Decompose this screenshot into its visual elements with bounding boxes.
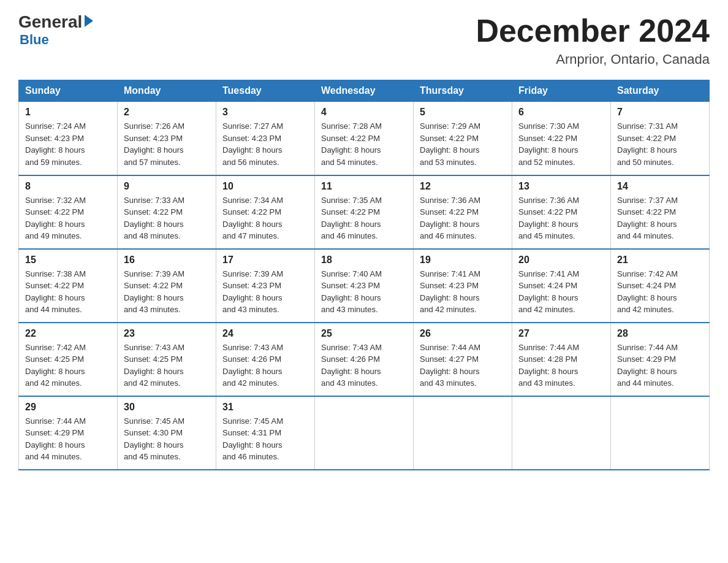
- day-cell: 8 Sunrise: 7:32 AMSunset: 4:22 PMDayligh…: [19, 175, 118, 249]
- day-info: Sunrise: 7:32 AMSunset: 4:22 PMDaylight:…: [25, 196, 86, 241]
- day-info: Sunrise: 7:31 AMSunset: 4:22 PMDaylight:…: [617, 121, 678, 167]
- day-number: 6: [518, 107, 604, 118]
- day-number: 17: [222, 255, 308, 266]
- day-info: Sunrise: 7:28 AMSunset: 4:22 PMDaylight:…: [321, 121, 382, 167]
- day-info: Sunrise: 7:44 AMSunset: 4:29 PMDaylight:…: [617, 343, 678, 388]
- day-info: Sunrise: 7:45 AMSunset: 4:30 PMDaylight:…: [124, 416, 184, 462]
- day-cell: 7 Sunrise: 7:31 AMSunset: 4:22 PMDayligh…: [611, 102, 710, 175]
- week-row-4: 22 Sunrise: 7:42 AMSunset: 4:25 PMDaylig…: [19, 323, 710, 396]
- day-cell: 29 Sunrise: 7:44 AMSunset: 4:29 PMDaylig…: [19, 396, 118, 470]
- day-number: 7: [617, 107, 703, 118]
- day-cell: 9 Sunrise: 7:33 AMSunset: 4:22 PMDayligh…: [118, 175, 216, 249]
- logo-arrow-icon: [85, 15, 93, 27]
- day-info: Sunrise: 7:34 AMSunset: 4:22 PMDaylight:…: [222, 196, 283, 241]
- day-cell: 26 Sunrise: 7:44 AMSunset: 4:27 PMDaylig…: [414, 323, 512, 396]
- day-info: Sunrise: 7:42 AMSunset: 4:24 PMDaylight:…: [617, 269, 678, 315]
- day-number: 15: [25, 255, 111, 266]
- day-info: Sunrise: 7:44 AMSunset: 4:27 PMDaylight:…: [420, 343, 480, 388]
- calendar-title: December 2024: [476, 12, 710, 49]
- day-info: Sunrise: 7:37 AMSunset: 4:22 PMDaylight:…: [617, 196, 678, 241]
- day-info: Sunrise: 7:44 AMSunset: 4:28 PMDaylight:…: [518, 343, 579, 388]
- day-info: Sunrise: 7:30 AMSunset: 4:22 PMDaylight:…: [518, 121, 579, 167]
- day-number: 10: [222, 181, 308, 192]
- day-cell: [611, 396, 710, 470]
- day-number: 24: [222, 328, 308, 339]
- day-cell: 6 Sunrise: 7:30 AMSunset: 4:22 PMDayligh…: [512, 102, 611, 175]
- day-number: 19: [420, 255, 506, 266]
- logo-blue: Blue: [20, 32, 49, 48]
- day-cell: 17 Sunrise: 7:39 AMSunset: 4:23 PMDaylig…: [216, 249, 315, 323]
- day-number: 1: [25, 107, 111, 118]
- day-cell: 27 Sunrise: 7:44 AMSunset: 4:28 PMDaylig…: [512, 323, 611, 396]
- week-row-2: 8 Sunrise: 7:32 AMSunset: 4:22 PMDayligh…: [19, 175, 710, 249]
- day-cell: 15 Sunrise: 7:38 AMSunset: 4:22 PMDaylig…: [19, 249, 118, 323]
- day-number: 21: [617, 255, 703, 266]
- day-number: 5: [420, 107, 506, 118]
- logo-general: General: [18, 12, 82, 32]
- day-info: Sunrise: 7:43 AMSunset: 4:25 PMDaylight:…: [124, 343, 184, 388]
- day-cell: 23 Sunrise: 7:43 AMSunset: 4:25 PMDaylig…: [118, 323, 216, 396]
- header-tuesday: Tuesday: [216, 80, 315, 102]
- day-info: Sunrise: 7:42 AMSunset: 4:25 PMDaylight:…: [25, 343, 86, 388]
- calendar-header-row: SundayMondayTuesdayWednesdayThursdayFrid…: [19, 80, 710, 102]
- day-info: Sunrise: 7:36 AMSunset: 4:22 PMDaylight:…: [518, 196, 579, 241]
- header-sunday: Sunday: [19, 80, 118, 102]
- day-cell: 21 Sunrise: 7:42 AMSunset: 4:24 PMDaylig…: [611, 249, 710, 323]
- day-number: 18: [321, 255, 407, 266]
- day-cell: 22 Sunrise: 7:42 AMSunset: 4:25 PMDaylig…: [19, 323, 118, 396]
- header-monday: Monday: [118, 80, 216, 102]
- day-cell: 30 Sunrise: 7:45 AMSunset: 4:30 PMDaylig…: [118, 396, 216, 470]
- day-number: 22: [25, 328, 111, 339]
- day-number: 14: [617, 181, 703, 192]
- day-info: Sunrise: 7:33 AMSunset: 4:22 PMDaylight:…: [124, 196, 184, 241]
- calendar-subtitle: Arnprior, Ontario, Canada: [476, 52, 710, 67]
- day-cell: 24 Sunrise: 7:43 AMSunset: 4:26 PMDaylig…: [216, 323, 315, 396]
- header-thursday: Thursday: [414, 80, 512, 102]
- day-cell: 11 Sunrise: 7:35 AMSunset: 4:22 PMDaylig…: [315, 175, 414, 249]
- day-number: 13: [518, 181, 604, 192]
- day-cell: 4 Sunrise: 7:28 AMSunset: 4:22 PMDayligh…: [315, 102, 414, 175]
- logo-text: General: [18, 12, 93, 32]
- day-info: Sunrise: 7:26 AMSunset: 4:23 PMDaylight:…: [124, 121, 184, 167]
- day-info: Sunrise: 7:43 AMSunset: 4:26 PMDaylight:…: [222, 343, 283, 388]
- week-row-3: 15 Sunrise: 7:38 AMSunset: 4:22 PMDaylig…: [19, 249, 710, 323]
- page-header: General Blue December 2024 Arnprior, Ont…: [18, 12, 710, 67]
- day-cell: 1 Sunrise: 7:24 AMSunset: 4:23 PMDayligh…: [19, 102, 118, 175]
- day-info: Sunrise: 7:29 AMSunset: 4:22 PMDaylight:…: [420, 121, 480, 167]
- day-number: 9: [124, 181, 210, 192]
- day-cell: 16 Sunrise: 7:39 AMSunset: 4:22 PMDaylig…: [118, 249, 216, 323]
- day-cell: 2 Sunrise: 7:26 AMSunset: 4:23 PMDayligh…: [118, 102, 216, 175]
- day-info: Sunrise: 7:41 AMSunset: 4:24 PMDaylight:…: [518, 269, 579, 315]
- day-number: 27: [518, 328, 604, 339]
- day-number: 26: [420, 328, 506, 339]
- day-cell: [414, 396, 512, 470]
- day-cell: 12 Sunrise: 7:36 AMSunset: 4:22 PMDaylig…: [414, 175, 512, 249]
- day-cell: 14 Sunrise: 7:37 AMSunset: 4:22 PMDaylig…: [611, 175, 710, 249]
- day-info: Sunrise: 7:44 AMSunset: 4:29 PMDaylight:…: [25, 416, 86, 462]
- day-cell: 19 Sunrise: 7:41 AMSunset: 4:23 PMDaylig…: [414, 249, 512, 323]
- day-cell: 5 Sunrise: 7:29 AMSunset: 4:22 PMDayligh…: [414, 102, 512, 175]
- logo: General Blue: [18, 12, 93, 48]
- day-number: 20: [518, 255, 604, 266]
- day-cell: [512, 396, 611, 470]
- day-info: Sunrise: 7:27 AMSunset: 4:23 PMDaylight:…: [222, 121, 283, 167]
- day-info: Sunrise: 7:39 AMSunset: 4:22 PMDaylight:…: [124, 269, 184, 315]
- day-cell: 3 Sunrise: 7:27 AMSunset: 4:23 PMDayligh…: [216, 102, 315, 175]
- day-number: 16: [124, 255, 210, 266]
- day-info: Sunrise: 7:41 AMSunset: 4:23 PMDaylight:…: [420, 269, 480, 315]
- day-number: 28: [617, 328, 703, 339]
- day-number: 31: [222, 402, 308, 413]
- day-number: 11: [321, 181, 407, 192]
- day-cell: 28 Sunrise: 7:44 AMSunset: 4:29 PMDaylig…: [611, 323, 710, 396]
- day-info: Sunrise: 7:43 AMSunset: 4:26 PMDaylight:…: [321, 343, 382, 388]
- header-saturday: Saturday: [611, 80, 710, 102]
- day-cell: [315, 396, 414, 470]
- week-row-1: 1 Sunrise: 7:24 AMSunset: 4:23 PMDayligh…: [19, 102, 710, 175]
- header-friday: Friday: [512, 80, 611, 102]
- day-info: Sunrise: 7:38 AMSunset: 4:22 PMDaylight:…: [25, 269, 86, 315]
- day-number: 4: [321, 107, 407, 118]
- day-cell: 31 Sunrise: 7:45 AMSunset: 4:31 PMDaylig…: [216, 396, 315, 470]
- day-cell: 25 Sunrise: 7:43 AMSunset: 4:26 PMDaylig…: [315, 323, 414, 396]
- week-row-5: 29 Sunrise: 7:44 AMSunset: 4:29 PMDaylig…: [19, 396, 710, 470]
- day-info: Sunrise: 7:35 AMSunset: 4:22 PMDaylight:…: [321, 196, 382, 241]
